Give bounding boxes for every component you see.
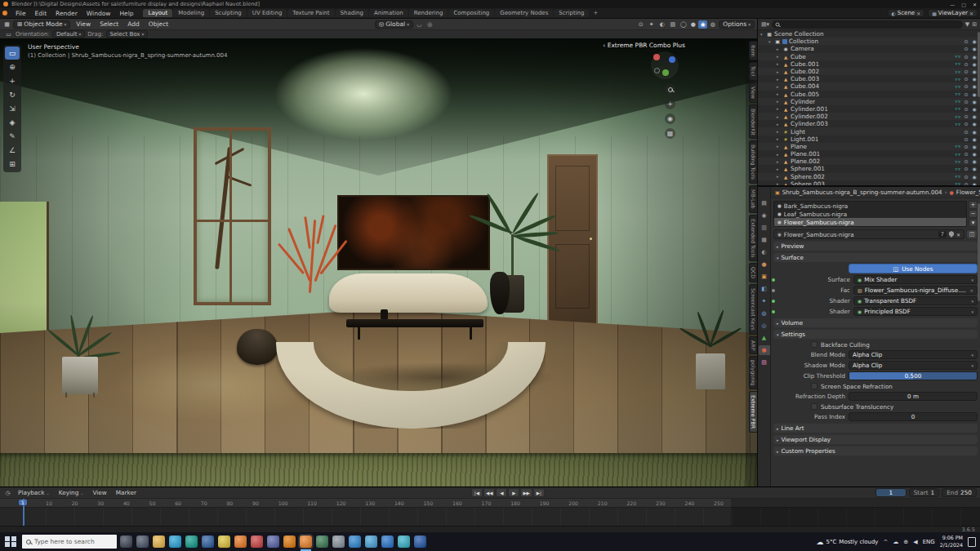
ortho-toggle-icon[interactable]: ▦	[665, 128, 675, 139]
object-name[interactable]: Cube	[791, 53, 806, 60]
properties-tab[interactable]: ◐	[759, 247, 770, 257]
section-surface[interactable]: ▾Surface	[773, 253, 978, 262]
editor-type-icon[interactable]: ▦	[2, 20, 11, 29]
shading-material-icon[interactable]: ◉	[698, 20, 707, 29]
filter-icon[interactable]: ▼	[965, 21, 969, 28]
taskbar-app-icon[interactable]	[300, 535, 312, 548]
shadow-mode-dropdown[interactable]: Alpha Clip ▾	[849, 361, 978, 370]
taskbar-app-icon[interactable]	[120, 535, 132, 548]
transport-button[interactable]: ◀◀	[483, 488, 495, 497]
hide-viewport-toggle[interactable]: ⊙	[963, 83, 969, 89]
taskbar-app-icon[interactable]	[398, 535, 410, 548]
material-slot[interactable]: ● Flower_Sambucus-nigra	[774, 218, 966, 226]
current-frame-field[interactable]: 1	[875, 488, 906, 497]
transport-button[interactable]: ▶	[508, 488, 519, 497]
breadcrumb-material[interactable]: Flower_Sambucus-nigra	[956, 189, 980, 196]
refraction-depth-field[interactable]: 0 m	[849, 392, 978, 401]
axis-y-handle[interactable]	[662, 69, 669, 76]
tool-button[interactable]: +	[5, 74, 20, 87]
fake-user-shield-icon[interactable]	[949, 231, 954, 238]
remove-slot-button[interactable]: −	[969, 210, 978, 218]
viewport-menu-item[interactable]: Add	[123, 20, 144, 29]
blend-mode-dropdown[interactable]: Alpha Clip ▾	[849, 350, 978, 359]
object-name[interactable]: Plane.001	[791, 150, 820, 158]
taskbar-app-icon[interactable]	[234, 535, 247, 548]
new-collection-icon[interactable]: ⊞	[972, 21, 977, 28]
material-slot[interactable]: ● Bark_Sambucus-nigra	[774, 202, 966, 210]
use-nodes-button[interactable]: ◫ Use Nodes	[849, 264, 978, 273]
disable-render-toggle[interactable]: ◉	[971, 99, 978, 104]
outliner-row[interactable]: Light ⊙ ◉	[758, 127, 980, 135]
zoom-icon[interactable]	[665, 84, 675, 95]
shading-wireframe-icon[interactable]: ◯	[679, 20, 688, 29]
taskbar-app-icon[interactable]	[267, 535, 279, 548]
disable-render-toggle[interactable]: ◉	[971, 136, 978, 142]
unlink-scene-icon[interactable]: ✕	[916, 11, 920, 16]
section-line-art[interactable]: ▸Line Art	[773, 424, 978, 433]
planter-left[interactable]	[42, 308, 132, 398]
disable-render-toggle[interactable]: ◉	[971, 38, 978, 44]
transport-button[interactable]: ▶|	[533, 488, 545, 497]
object-name[interactable]: Sphere.003	[791, 180, 825, 185]
breadcrumb-object[interactable]: Shrub_Sambucus-nigra_B_spring-summer-aut…	[782, 189, 942, 196]
browse-material-icon[interactable]: ◉	[777, 232, 782, 237]
outliner-row[interactable]: Plane ⊙ ◉	[758, 143, 980, 150]
blender-menu-icon[interactable]	[2, 11, 7, 16]
pass-index-field[interactable]: 0	[849, 412, 978, 421]
hide-viewport-toggle[interactable]: ⊙	[963, 158, 969, 164]
disable-render-toggle[interactable]: ◉	[971, 158, 978, 164]
workspace-tab[interactable]: Rendering	[409, 9, 448, 17]
tool-button[interactable]: ⇲	[5, 102, 20, 115]
screen-space-refraction-checkbox[interactable]	[811, 383, 817, 389]
disable-render-toggle[interactable]: ◉	[971, 76, 978, 82]
menu-item[interactable]: Window	[82, 9, 115, 18]
sidebar-tab[interactable]: Screencast Keys	[749, 284, 757, 334]
workspace-tab[interactable]: Animation	[369, 9, 408, 17]
timeline-track-area[interactable]: 1020304050607080901001101201301401501601…	[0, 499, 980, 526]
disable-render-toggle[interactable]: ◉	[971, 129, 978, 135]
pan-icon[interactable]: +	[665, 99, 675, 109]
network-tray-icon[interactable]: ⊕	[903, 539, 908, 545]
xray-toggle-icon[interactable]: ▨	[668, 20, 677, 29]
node-tree-button[interactable]: ◫	[966, 229, 978, 239]
section-volume[interactable]: ▸Volume	[773, 318, 978, 327]
section-viewport-display[interactable]: ▸Viewport Display	[773, 435, 978, 444]
sidebar-tab[interactable]: Tool	[749, 62, 757, 80]
chaise-sofa[interactable]	[329, 273, 488, 313]
playhead-frame-chip[interactable]: 1	[19, 500, 27, 505]
object-name[interactable]: Cylinder.003	[791, 120, 828, 127]
stool[interactable]	[237, 329, 278, 365]
taskbar-app-icon[interactable]	[218, 535, 230, 548]
transport-button[interactable]: ◀	[496, 488, 507, 497]
viewport-menu-item[interactable]: View	[72, 20, 95, 29]
hide-viewport-toggle[interactable]: ⊙	[963, 46, 969, 51]
properties-tab[interactable]: ▥	[759, 223, 770, 233]
taskbar-app-icon[interactable]	[381, 535, 394, 548]
outliner-row[interactable]: Cylinder.002 ⊙ ◉	[758, 113, 980, 120]
object-name[interactable]: Scene Collection	[774, 30, 824, 38]
taskbar-app-icon[interactable]	[332, 535, 345, 548]
object-name[interactable]: Light.001	[791, 136, 818, 143]
outliner-row[interactable]: Cylinder.001 ⊙ ◉	[758, 105, 980, 113]
outliner-row[interactable]: Cube.002 ⊙ ◉	[758, 68, 980, 75]
hide-viewport-toggle[interactable]: ⊙	[963, 166, 969, 171]
unlink-viewlayer-icon[interactable]: ✕	[969, 11, 973, 16]
menu-item[interactable]: Render	[51, 9, 82, 18]
material-slot[interactable]: ● Leaf_Sambucus-nigra	[774, 210, 966, 218]
timeline-menu-item[interactable]: Playback	[14, 488, 54, 497]
addon-panel-label[interactable]: ‹ Extreme PBR Combo Plus	[603, 42, 685, 49]
object-name[interactable]: Camera	[791, 45, 814, 52]
pivot-point-icon[interactable]: ⊙	[636, 20, 645, 29]
object-name[interactable]: Light	[791, 128, 805, 136]
axis-x-handle[interactable]	[653, 54, 660, 60]
wall-artwork[interactable]	[337, 195, 490, 270]
object-name[interactable]: Cylinder.002	[791, 113, 828, 120]
shader1-dropdown[interactable]: ◉ Transparent BSDF ▾	[853, 296, 978, 305]
subsurface-translucency-checkbox[interactable]	[811, 403, 817, 410]
object-name[interactable]: Cube.003	[791, 75, 819, 82]
disable-render-toggle[interactable]: ◉	[971, 174, 978, 180]
outliner-row[interactable]: Cylinder.003 ⊙ ◉	[758, 120, 980, 127]
object-name[interactable]: Sphere.001	[791, 165, 825, 172]
outliner-row[interactable]: Cube ⊙ ◉	[758, 53, 980, 60]
properties-tab[interactable]: ▲	[759, 333, 770, 343]
